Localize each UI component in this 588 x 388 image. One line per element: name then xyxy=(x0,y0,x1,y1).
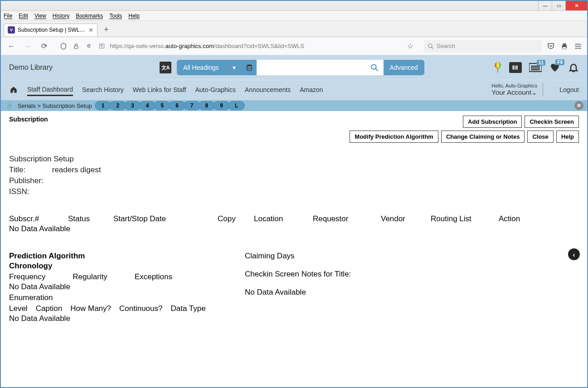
page-3[interactable]: 3 xyxy=(124,101,141,110)
svg-rect-5 xyxy=(563,47,566,49)
link-icon: 🔗 xyxy=(4,100,15,111)
close-window-button[interactable]: ✕ xyxy=(565,1,587,10)
content: Subscription Add Subscription Checkin Sc… xyxy=(1,111,587,328)
home-icon[interactable] xyxy=(9,86,18,94)
language-icon[interactable]: 文A xyxy=(160,62,171,73)
menu-help[interactable]: Help xyxy=(128,13,140,19)
page-last[interactable]: L xyxy=(228,101,245,110)
svg-point-13 xyxy=(495,62,501,68)
bookmark-icon[interactable]: ☆ xyxy=(406,42,415,51)
checkin-notes-label: Checkin Screen Notes for Title: xyxy=(245,270,579,279)
modify-prediction-button[interactable]: Modify Prediction Algorithm xyxy=(350,131,438,143)
nav-staff-dashboard[interactable]: Staff Dashboard xyxy=(27,84,73,96)
bell-icon[interactable] xyxy=(568,62,579,73)
back-button[interactable]: ← xyxy=(5,40,17,52)
browser-search-box[interactable]: Search xyxy=(424,40,542,53)
nav-amazon[interactable]: Amazon xyxy=(300,84,323,95)
menu-bookmarks[interactable]: Bookmarks xyxy=(76,13,103,19)
prediction-title: Prediction Algorithm xyxy=(9,252,218,261)
catalog-search: All Headings ▾ Advanced xyxy=(177,60,424,75)
enum-level: Level xyxy=(9,304,28,313)
col-vendor: Vendor xyxy=(381,214,431,223)
col-status: Status xyxy=(68,214,113,223)
headings-label: All Headings xyxy=(183,64,219,71)
permissions-icon[interactable]: ⚙ xyxy=(84,42,93,51)
account-menu[interactable]: Hello, Auto-Graphics Your Account⌄ xyxy=(491,83,543,97)
scanner-icon[interactable] xyxy=(509,62,522,73)
heart-icon[interactable]: F9 xyxy=(549,62,561,73)
url-box[interactable]: ⚙ ⚿ https://qa-swls-verso.auto-graphics.… xyxy=(54,42,419,51)
subscription-setup: Subscription Setup Title: readers digest… xyxy=(9,155,579,196)
chronology-title: Chronology xyxy=(9,262,218,271)
close-button[interactable]: Close xyxy=(527,131,553,143)
svg-line-11 xyxy=(375,68,378,71)
svg-point-9 xyxy=(247,64,252,66)
page-title: Subscription xyxy=(9,116,48,123)
chevron-down-icon: ▾ xyxy=(233,64,236,71)
page-8[interactable]: 8 xyxy=(199,101,215,110)
catalog-search-input[interactable] xyxy=(257,60,365,75)
breadcrumb-bar: 🔗 Serials > Subscription Setup 1 2 3 4 5… xyxy=(1,100,587,111)
key-icon[interactable]: ⚿ xyxy=(97,42,106,51)
chevron-left-icon[interactable]: ‹ xyxy=(568,248,580,260)
print-icon[interactable] xyxy=(560,42,569,51)
nav-announcements[interactable]: Announcements xyxy=(245,84,291,95)
menu-edit[interactable]: Edit xyxy=(19,13,28,19)
menu-tools[interactable]: Tools xyxy=(109,13,122,19)
page-1[interactable]: 1 xyxy=(95,101,112,110)
favicon-icon: V xyxy=(8,26,15,34)
url-text: https://qa-swls-verso.auto-graphics.com/… xyxy=(110,43,304,49)
breadcrumb[interactable]: Serials > Subscription Setup xyxy=(18,102,92,109)
change-claiming-button[interactable]: Change Claiming or Notes xyxy=(441,131,525,143)
maximize-button[interactable]: ▭ xyxy=(552,1,565,10)
help-button[interactable]: Help xyxy=(556,131,579,143)
forward-button[interactable]: → xyxy=(22,40,34,52)
page-6[interactable]: 6 xyxy=(169,101,185,110)
chevron-down-icon: ⌄ xyxy=(531,88,537,96)
svg-rect-0 xyxy=(74,46,78,48)
svg-rect-4 xyxy=(563,44,566,45)
page-4[interactable]: 4 xyxy=(139,101,156,110)
svg-line-2 xyxy=(432,47,433,48)
menu-file[interactable]: File xyxy=(4,13,12,19)
col-copy: Copy xyxy=(218,214,254,223)
nav-web-links[interactable]: Web Links for Staff xyxy=(133,84,186,95)
lock-icon[interactable] xyxy=(72,42,81,51)
list-icon[interactable]: 11 xyxy=(529,63,542,73)
headings-dropdown[interactable]: All Headings ▾ xyxy=(177,60,242,75)
page-5[interactable]: 5 xyxy=(154,101,170,110)
nav-search-history[interactable]: Search History xyxy=(82,84,124,95)
new-tab-button[interactable]: + xyxy=(100,25,112,34)
shield-icon[interactable] xyxy=(59,42,68,51)
browser-menu: File Edit View History Bookmarks Tools H… xyxy=(1,11,587,21)
reload-button[interactable]: ⟳ xyxy=(38,40,50,52)
advanced-search-button[interactable]: Advanced xyxy=(384,60,424,75)
balloon-icon[interactable] xyxy=(494,62,502,73)
catalog-search-button[interactable] xyxy=(365,60,384,75)
page-7[interactable]: 7 xyxy=(184,101,200,110)
close-panel-icon[interactable]: ✕ xyxy=(574,101,583,110)
hamburger-icon[interactable] xyxy=(573,42,583,51)
library-name: Demo Library xyxy=(9,63,154,72)
title-value: readers digest xyxy=(52,165,101,174)
browser-tab[interactable]: V Subscription Setup | SWLS | swls ✕ xyxy=(4,24,97,36)
menu-history[interactable]: History xyxy=(53,13,69,19)
enum-continuous: Continuous? xyxy=(119,304,162,313)
chron-exceptions: Exceptions xyxy=(135,272,172,281)
svg-point-1 xyxy=(428,44,432,47)
menu-view[interactable]: View xyxy=(34,13,46,19)
col-requestor: Requestor xyxy=(313,214,381,223)
page-9[interactable]: 9 xyxy=(213,101,230,110)
svg-rect-18 xyxy=(516,66,518,70)
close-tab-icon[interactable]: ✕ xyxy=(88,27,93,34)
nav-auto-graphics[interactable]: Auto-Graphics xyxy=(195,84,236,95)
prediction-block: Prediction Algorithm Chronology Frequenc… xyxy=(9,252,579,323)
svg-point-10 xyxy=(371,64,376,69)
minimize-button[interactable]: — xyxy=(538,1,552,10)
logout-link[interactable]: Logout xyxy=(552,86,579,93)
database-icon[interactable] xyxy=(242,63,257,72)
add-subscription-button[interactable]: Add Subscription xyxy=(463,116,522,128)
pocket-icon[interactable] xyxy=(546,42,555,51)
page-2[interactable]: 2 xyxy=(109,101,126,110)
checkin-screen-button[interactable]: Checkin Screen xyxy=(525,116,579,128)
